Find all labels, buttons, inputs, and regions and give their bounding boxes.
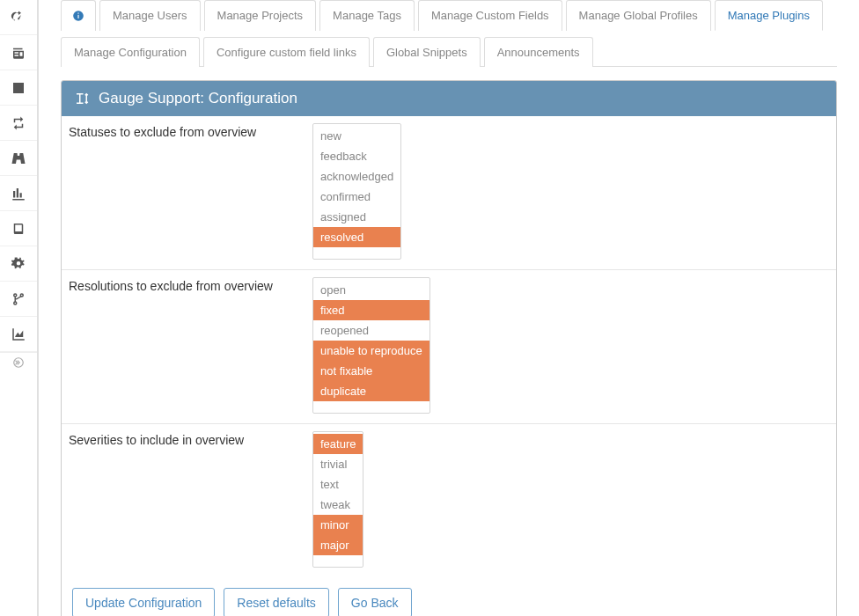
tab-label: Manage Custom Fields (431, 9, 549, 22)
sidebar-item-branch[interactable] (0, 282, 37, 317)
main-content: Manage Users Manage Projects Manage Tags… (38, 0, 859, 616)
list-option[interactable]: feedback (313, 146, 400, 166)
list-option[interactable]: feature (313, 434, 363, 454)
svg-point-0 (14, 357, 24, 367)
multi-select-listbox[interactable]: openfixedreopenedunable to reproducenot … (312, 277, 430, 414)
text-height-icon (74, 91, 90, 106)
tab-label: Manage Tags (333, 9, 401, 22)
config-label: Statuses to exclude from overview (62, 116, 304, 269)
sidebar-item-road[interactable] (0, 141, 37, 176)
list-option[interactable]: not fixable (313, 361, 430, 381)
list-option[interactable]: reopened (313, 320, 430, 341)
sidebar-item-settings[interactable] (0, 246, 37, 282)
tab-manage-projects[interactable]: Manage Projects (204, 0, 317, 31)
info-icon (72, 10, 84, 22)
svg-rect-2 (77, 15, 78, 18)
panel-title: Gauge Support: Configuration (99, 90, 297, 107)
list-option[interactable]: unable to reproduce (313, 341, 430, 361)
list-option[interactable]: fixed (313, 300, 430, 320)
tab-configure-custom-field-links[interactable]: Configure custom field links (203, 37, 370, 67)
tab-label: Manage Projects (217, 9, 304, 22)
tab-manage-global-profiles[interactable]: Manage Global Profiles (566, 0, 711, 31)
config-control: newfeedbackacknowledgedconfirmedassigned… (304, 116, 836, 269)
list-option[interactable]: tweak (313, 495, 363, 515)
tab-label: Manage Configuration (74, 46, 187, 59)
config-label: Severities to include in overview (62, 424, 304, 577)
sidebar-collapse-toggle[interactable] (0, 352, 37, 371)
list-option[interactable]: open (313, 280, 430, 300)
sidebar-item-stats[interactable] (0, 176, 37, 211)
go-back-button[interactable]: Go Back (338, 588, 412, 616)
tab-manage-users[interactable]: Manage Users (99, 0, 201, 31)
chevron-right-double-icon (12, 356, 25, 369)
config-panel: Gauge Support: Configuration Statuses to… (61, 80, 837, 616)
tab-label: Manage Global Profiles (579, 9, 698, 22)
list-option[interactable]: major (313, 535, 363, 555)
update-configuration-button[interactable]: Update Configuration (72, 588, 215, 616)
multi-select-listbox[interactable]: featuretrivialtexttweakminormajor (312, 431, 363, 568)
reset-defaults-button[interactable]: Reset defaults (224, 588, 329, 616)
panel-footer: Update Configuration Reset defaults Go B… (62, 577, 836, 616)
sidebar-item-trend[interactable] (0, 317, 37, 352)
newspaper-icon (11, 45, 26, 61)
code-fork-icon (11, 291, 26, 307)
multi-select-listbox[interactable]: newfeedbackacknowledgedconfirmedassigned… (312, 123, 401, 260)
gears-icon (11, 256, 26, 272)
book-icon (11, 221, 26, 237)
tab-manage-tags[interactable]: Manage Tags (319, 0, 415, 31)
panel-header: Gauge Support: Configuration (62, 81, 836, 116)
admin-tabs: Manage Users Manage Projects Manage Tags… (61, 0, 837, 67)
repeat-icon (11, 115, 26, 131)
tab-label: Configure custom field links (217, 46, 356, 59)
sidebar-item-dashboard[interactable] (0, 0, 37, 35)
list-option[interactable]: duplicate (313, 381, 430, 401)
line-chart-icon (11, 326, 26, 342)
config-row: Severities to include in overviewfeature… (62, 424, 836, 577)
tab-announcements[interactable]: Announcements (484, 37, 593, 67)
list-option[interactable]: text (313, 474, 363, 495)
config-label: Resolutions to exclude from overview (62, 270, 304, 423)
tab-label: Manage Users (113, 9, 187, 22)
list-option[interactable]: confirmed (313, 187, 400, 207)
list-option[interactable]: minor (313, 515, 363, 535)
config-row: Resolutions to exclude from overviewopen… (62, 270, 836, 424)
tab-global-snippets[interactable]: Global Snippets (373, 37, 481, 67)
list-option[interactable]: assigned (313, 207, 400, 227)
tab-label: Global Snippets (386, 46, 467, 59)
tab-manage-plugins[interactable]: Manage Plugins (715, 0, 823, 31)
list-option[interactable]: resolved (313, 227, 400, 247)
tab-label: Announcements (497, 46, 580, 59)
road-icon (11, 150, 26, 166)
tab-label: Manage Plugins (728, 9, 810, 22)
bar-chart-icon (11, 186, 26, 202)
svg-rect-3 (77, 13, 78, 14)
pencil-square-icon (11, 80, 26, 96)
list-option[interactable]: new (313, 126, 400, 146)
tab-info[interactable] (61, 0, 96, 31)
list-option[interactable]: trivial (313, 454, 363, 474)
sidebar-item-retweet[interactable] (0, 106, 37, 141)
sidebar-item-news[interactable] (0, 35, 37, 70)
sidebar-item-docs[interactable] (0, 211, 37, 246)
config-row: Statuses to exclude from overviewnewfeed… (62, 116, 836, 270)
list-option[interactable]: acknowledged (313, 166, 400, 187)
sidebar (0, 0, 38, 616)
sidebar-item-edit[interactable] (0, 70, 37, 106)
tab-manage-configuration[interactable]: Manage Configuration (61, 37, 200, 67)
config-control: openfixedreopenedunable to reproducenot … (304, 270, 836, 423)
speedometer-icon (11, 10, 26, 26)
tab-manage-custom-fields[interactable]: Manage Custom Fields (418, 0, 562, 31)
config-control: featuretrivialtexttweakminormajor (304, 424, 836, 577)
